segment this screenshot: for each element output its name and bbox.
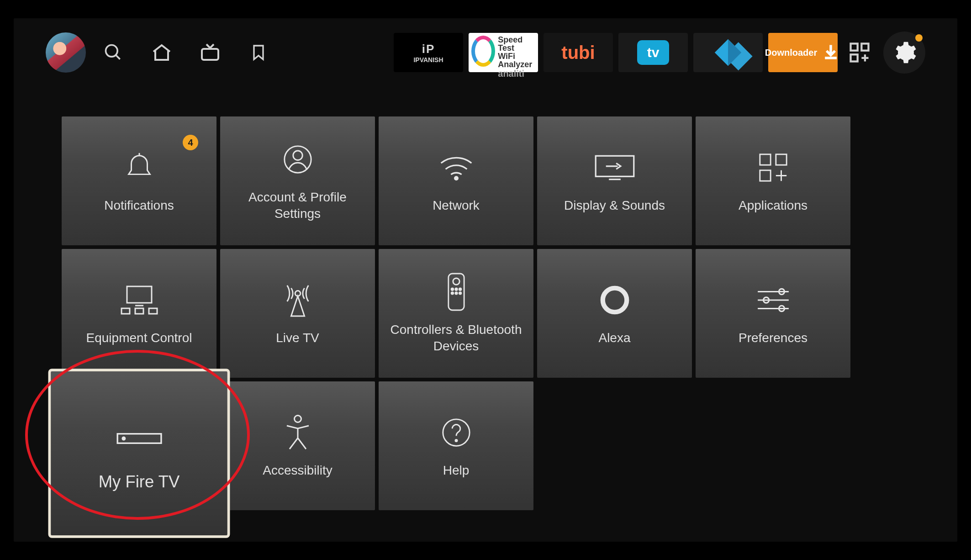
profile-avatar[interactable] — [46, 32, 86, 73]
settings-notification-dot — [915, 34, 923, 42]
tile-accessibility[interactable]: Accessibility — [220, 381, 375, 510]
svg-point-11 — [293, 151, 302, 160]
analiti-text: Speed Test WiFi Analyzer analiti — [498, 36, 535, 79]
tile-notifications[interactable]: 4 Notifications — [62, 116, 216, 245]
svg-rect-6 — [851, 44, 858, 51]
svg-rect-8 — [851, 54, 858, 61]
svg-rect-2 — [202, 49, 218, 60]
app-ipvanish-label: IPVANISH — [413, 56, 443, 63]
svg-rect-16 — [776, 154, 786, 165]
notification-badge: 4 — [183, 135, 198, 150]
equipment-icon — [119, 280, 160, 320]
app-analiti[interactable]: Speed Test WiFi Analyzer analiti — [469, 33, 538, 72]
remote-icon — [447, 272, 465, 312]
apps-icon — [757, 148, 789, 187]
svg-rect-20 — [121, 308, 130, 314]
svg-rect-18 — [127, 286, 152, 303]
sliders-icon — [755, 280, 792, 320]
display-icon — [594, 148, 635, 187]
tile-display[interactable]: Display & Sounds — [537, 116, 692, 245]
svg-rect-5 — [825, 57, 837, 59]
kodi-icon — [712, 37, 744, 69]
tile-preferences-label: Preferences — [739, 330, 807, 346]
tile-help[interactable]: Help — [379, 381, 533, 510]
apps-grid-button[interactable] — [843, 33, 876, 72]
app-shortcuts: iP IPVANISH Speed Test WiFi Analyzer ana… — [394, 32, 925, 74]
svg-rect-17 — [760, 170, 770, 181]
settings-grid: 4 Notifications Account & Profile Settin… — [62, 116, 850, 510]
analiti-line2: WiFi Analyzer — [498, 52, 535, 69]
tile-my-fire-tv-label: My Fire TV — [99, 472, 180, 491]
downloader-label: Downloader — [765, 48, 817, 58]
svg-point-27 — [455, 288, 457, 291]
tile-controllers-label: Controllers & Bluetooth Devices — [388, 322, 525, 354]
nav-icons — [102, 42, 269, 63]
tile-network-label: Network — [433, 197, 480, 214]
tubi-label: tubi — [561, 42, 595, 63]
tile-notifications-label: Notifications — [104, 197, 174, 214]
svg-rect-21 — [135, 308, 143, 314]
screen: iP IPVANISH Speed Test WiFi Analyzer ana… — [0, 0, 971, 560]
tile-display-label: Display & Sounds — [564, 197, 665, 214]
app-kodi[interactable] — [693, 33, 763, 72]
tivimate-label: tv — [647, 45, 660, 60]
tile-controllers[interactable]: Controllers & Bluetooth Devices — [379, 249, 533, 378]
tile-applications[interactable]: Applications — [696, 116, 850, 245]
tile-network[interactable]: Network — [379, 116, 533, 245]
home-icon[interactable] — [151, 42, 173, 63]
bookmark-icon[interactable] — [248, 42, 269, 63]
tile-equipment-label: Equipment Control — [86, 330, 192, 346]
tile-alexa-label: Alexa — [598, 330, 630, 346]
svg-point-0 — [106, 45, 118, 57]
wifi-icon — [438, 148, 475, 187]
svg-rect-15 — [760, 154, 770, 165]
help-icon — [440, 413, 472, 452]
tile-help-label: Help — [443, 462, 470, 479]
tile-accessibility-label: Accessibility — [263, 462, 332, 479]
svg-rect-7 — [861, 44, 868, 51]
tile-account[interactable]: Account & Profile Settings — [220, 116, 375, 245]
app-tivimate[interactable]: tv — [618, 33, 688, 72]
account-icon — [282, 140, 314, 179]
tile-applications-label: Applications — [739, 197, 807, 214]
topbar: iP IPVANISH Speed Test WiFi Analyzer ana… — [46, 25, 925, 80]
tile-livetv[interactable]: Live TV — [220, 249, 375, 378]
tile-alexa[interactable]: Alexa — [537, 249, 692, 378]
svg-point-43 — [455, 439, 457, 441]
tile-equipment[interactable]: Equipment Control — [62, 249, 216, 378]
svg-point-40 — [122, 437, 125, 439]
tile-my-fire-tv[interactable]: My Fire TV — [51, 371, 227, 535]
svg-point-12 — [454, 177, 458, 180]
search-icon[interactable] — [102, 42, 124, 63]
svg-point-28 — [459, 288, 461, 291]
tile-account-label: Account & Profile Settings — [229, 189, 366, 222]
svg-line-1 — [116, 55, 120, 59]
app-ipvanish[interactable]: iP IPVANISH — [394, 33, 463, 72]
analiti-line1: Speed Test — [498, 36, 535, 52]
svg-rect-22 — [149, 308, 157, 314]
analiti-icon — [471, 36, 495, 67]
alexa-icon — [599, 280, 631, 320]
download-icon — [821, 42, 841, 63]
app-ipvanish-ip-label: iP — [422, 42, 435, 56]
analiti-brand: analiti — [498, 69, 524, 79]
svg-point-41 — [294, 416, 301, 423]
svg-point-29 — [451, 292, 454, 295]
live-icon[interactable] — [199, 42, 221, 63]
tile-preferences[interactable]: Preferences — [696, 249, 850, 378]
gear-icon — [892, 40, 917, 65]
settings-button[interactable] — [883, 32, 925, 74]
svg-point-31 — [459, 292, 461, 295]
svg-point-32 — [602, 288, 627, 312]
svg-point-30 — [455, 292, 457, 295]
accessibility-icon — [284, 413, 311, 452]
tivimate-logo: tv — [637, 40, 669, 65]
app-tubi[interactable]: tubi — [544, 33, 613, 72]
antenna-icon — [282, 280, 314, 320]
tile-livetv-label: Live TV — [276, 330, 319, 346]
bell-icon — [123, 148, 155, 187]
svg-point-26 — [451, 288, 454, 291]
app-downloader[interactable]: Downloader — [768, 33, 838, 72]
svg-point-25 — [453, 278, 459, 285]
device-icon — [116, 416, 163, 460]
